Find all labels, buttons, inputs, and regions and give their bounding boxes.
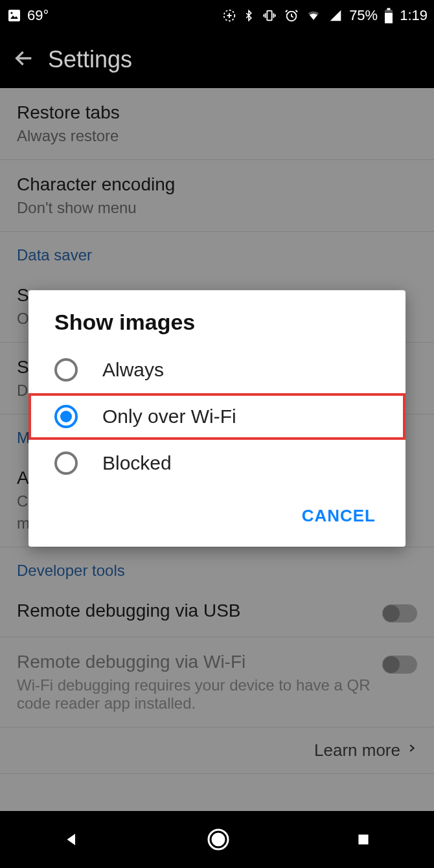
nav-back-icon[interactable]: [62, 830, 82, 849]
show-images-dialog: Show images Always Only over Wi-Fi Block…: [29, 290, 405, 547]
dialog-title: Show images: [29, 310, 405, 347]
svg-rect-0: [8, 10, 20, 21]
svg-marker-17: [67, 834, 76, 845]
photo-icon: [6, 8, 22, 23]
radio-icon: [54, 405, 78, 428]
radio-option-only-wifi[interactable]: Only over Wi-Fi: [29, 393, 405, 440]
nav-home-icon[interactable]: [207, 828, 230, 851]
radio-option-always[interactable]: Always: [29, 347, 405, 393]
screen: 69° 75% 1:19: [0, 0, 434, 868]
signal-icon: [328, 9, 343, 22]
svg-rect-6: [267, 11, 271, 21]
page-title: Settings: [48, 46, 132, 73]
bluetooth-icon: [243, 8, 255, 23]
radio-label: Only over Wi-Fi: [102, 405, 236, 428]
svg-point-2: [10, 12, 12, 14]
app-bar: Settings: [0, 31, 434, 88]
radio-label: Blocked: [102, 452, 172, 474]
temperature: 69°: [27, 7, 49, 24]
radio-label: Always: [102, 359, 164, 381]
svg-rect-14: [385, 13, 393, 23]
radio-option-blocked[interactable]: Blocked: [29, 440, 405, 486]
svg-marker-12: [330, 10, 341, 21]
wifi-icon: [305, 9, 322, 22]
svg-rect-20: [358, 834, 368, 844]
back-icon[interactable]: [13, 47, 35, 72]
radio-icon: [54, 358, 78, 382]
navigation-bar: [0, 811, 434, 868]
clock: 1:19: [400, 7, 428, 24]
data-saver-icon: [222, 8, 236, 23]
vibrate-icon: [261, 8, 278, 23]
status-bar: 69° 75% 1:19: [0, 0, 434, 31]
battery-icon: [384, 8, 393, 23]
cancel-button[interactable]: CANCEL: [294, 501, 383, 531]
battery-percent: 75%: [349, 7, 378, 24]
radio-icon: [54, 451, 78, 475]
svg-rect-15: [387, 8, 391, 10]
nav-recent-icon[interactable]: [355, 831, 372, 848]
svg-point-19: [212, 834, 224, 845]
alarm-icon: [284, 8, 299, 23]
